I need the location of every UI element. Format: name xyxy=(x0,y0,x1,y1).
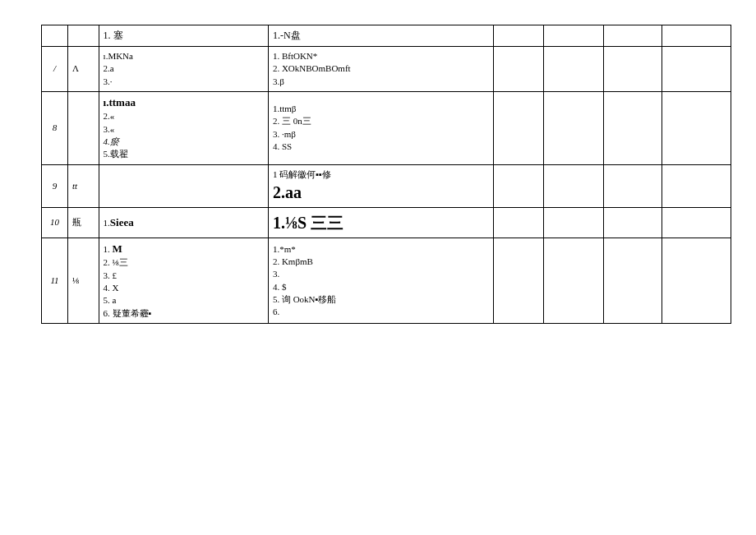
col-b: 1.⅛S 三三 xyxy=(268,208,493,238)
empty-cell xyxy=(544,46,604,91)
empty-cell xyxy=(494,91,544,164)
empty-cell xyxy=(604,25,662,47)
empty-cell xyxy=(544,25,604,47)
row-symbol xyxy=(68,91,99,164)
row-number xyxy=(42,25,68,47)
empty-cell xyxy=(662,46,731,91)
col-b: 1.ttmβ 2. 三 0n三 3. ·mβ 4. SS xyxy=(268,91,493,164)
empty-cell xyxy=(604,91,662,164)
empty-cell xyxy=(604,46,662,91)
empty-cell xyxy=(494,164,544,207)
col-a: ı.MKNa 2.a 3.· xyxy=(99,46,268,91)
empty-cell xyxy=(604,208,662,238)
empty-cell xyxy=(604,238,662,324)
col-a: 1. 塞 xyxy=(99,25,268,47)
row-number: 10 xyxy=(42,208,68,238)
col-b: 1. BftOKN* 2. XOkNBOmBOmft 3.β xyxy=(268,46,493,91)
empty-cell xyxy=(662,238,731,324)
row-symbol: ⅛ xyxy=(68,238,99,324)
row-number: 11 xyxy=(42,238,68,324)
row-symbol xyxy=(68,25,99,47)
empty-cell xyxy=(544,238,604,324)
table-row: 8ı.ttmaa 2.« 3.« 4.瘀 5.载翟1.ttmβ 2. 三 0n三… xyxy=(42,91,731,164)
col-b: 1 码解徽何▪▪修 2.aa xyxy=(268,164,493,207)
empty-cell xyxy=(544,164,604,207)
row-number: 9 xyxy=(42,164,68,207)
col-a xyxy=(99,164,268,207)
row-number: 8 xyxy=(42,91,68,164)
empty-cell xyxy=(604,164,662,207)
table-row: 10瓶1.Sieea1.⅛S 三三 xyxy=(42,208,731,238)
data-table: 1. 塞1.-N盘/Λı.MKNa 2.a 3.·1. BftOKN* 2. X… xyxy=(41,25,731,324)
row-symbol: Λ xyxy=(68,46,99,91)
row-number: / xyxy=(42,46,68,91)
empty-cell xyxy=(494,208,544,238)
empty-cell xyxy=(662,164,731,207)
row-symbol: 瓶 xyxy=(68,208,99,238)
table-row: /Λı.MKNa 2.a 3.·1. BftOKN* 2. XOkNBOmBOm… xyxy=(42,46,731,91)
empty-cell xyxy=(662,91,731,164)
col-b: 1.-N盘 xyxy=(268,25,493,47)
col-a: 1.Sieea xyxy=(99,208,268,238)
empty-cell xyxy=(544,91,604,164)
empty-cell xyxy=(662,25,731,47)
row-symbol: tt xyxy=(68,164,99,207)
empty-cell xyxy=(494,46,544,91)
empty-cell xyxy=(662,208,731,238)
empty-cell xyxy=(544,208,604,238)
empty-cell xyxy=(494,25,544,47)
table-row: 1. 塞1.-N盘 xyxy=(42,25,731,47)
table-row: 11⅛1. M 2. ⅛三 3. £ 4. X 5. a 6. 疑董希霾▪1.*… xyxy=(42,238,731,324)
table-row: 9tt1 码解徽何▪▪修 2.aa xyxy=(42,164,731,207)
col-b: 1.*m* 2. KmβmB 3. 4. $ 5. 询 OokN▪移船 6. xyxy=(268,238,493,324)
empty-cell xyxy=(494,238,544,324)
col-a: 1. M 2. ⅛三 3. £ 4. X 5. a 6. 疑董希霾▪ xyxy=(99,238,268,324)
col-a: ı.ttmaa 2.« 3.« 4.瘀 5.载翟 xyxy=(99,91,268,164)
